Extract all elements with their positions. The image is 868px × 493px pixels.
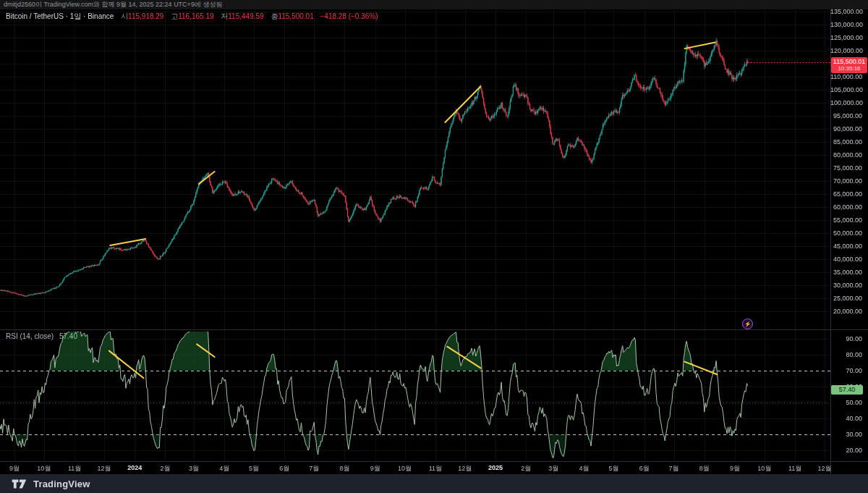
last-price-value: 115,500.01 (831, 58, 867, 65)
price-axis-label: 85,000.00 (830, 138, 862, 146)
price-axis-label: 70,000.00 (830, 177, 862, 185)
time-axis-label: 2월 (160, 464, 170, 473)
time-axis-label: 3월 (189, 464, 199, 473)
time-axis-label: 8월 (339, 464, 349, 473)
time-axis-label: 2024 (127, 464, 142, 471)
high-label: 고 (171, 12, 178, 20)
time-axis-label: 10월 (37, 464, 51, 473)
close-value: 115,500.01 (278, 12, 313, 20)
time-axis-label: 9월 (730, 464, 740, 473)
time-axis-label: 4월 (219, 464, 229, 473)
time-axis-label: 7월 (309, 464, 319, 473)
time-axis-label: 5월 (249, 464, 259, 473)
price-axis-label: 105,000.00 (830, 86, 862, 93)
time-axis-label: 12월 (817, 464, 831, 473)
rsi-axis-label: 40.00 (830, 415, 862, 422)
low-label: 저 (221, 12, 228, 20)
price-axis-label: 80,000.00 (830, 151, 862, 159)
time-axis-label: 2월 (521, 464, 531, 473)
rsi-legend[interactable]: RSI (14, close) 57.40 (6, 332, 77, 340)
rsi-value-badge: 57.40 (831, 385, 863, 395)
bar-countdown: 10:35:16 (831, 65, 867, 72)
price-axis-label: 55,000.00 (830, 216, 862, 224)
close-label: 종 (271, 12, 278, 20)
symbol-legend[interactable]: Bitcoin / TetherUS · 1일 · Binance 시115,9… (6, 12, 378, 22)
price-axis-label: 90,000.00 (830, 125, 862, 132)
symbol-title[interactable]: Bitcoin / TetherUS · 1일 · Binance (6, 12, 114, 20)
time-axis-label: 9월 (370, 464, 380, 473)
chart-canvas[interactable] (0, 0, 868, 474)
rsi-axis-label: 90.00 (830, 335, 862, 342)
price-axis-label: 125,000.00 (830, 34, 862, 41)
time-axis-label: 3월 (548, 464, 558, 473)
lightning-marker-icon[interactable]: ⚡ (742, 319, 753, 329)
attribution-bar: dmitjd2560이 TradingView.com와 함께 9월 14, 2… (0, 0, 868, 9)
high-value: 116,165.19 (178, 12, 213, 20)
time-axis-label: 10월 (757, 464, 771, 473)
price-axis-label: 40,000.00 (830, 256, 862, 263)
time-axis-label: 11월 (788, 464, 801, 473)
attribution-text: dmitjd2560이 TradingView.com와 함께 9월 14, 2… (4, 1, 222, 8)
time-axis-label: 12월 (97, 464, 111, 473)
open-label: 시 (121, 12, 128, 20)
price-axis-label: 100,000.00 (830, 99, 862, 106)
open-value: 115,918.29 (128, 12, 163, 20)
price-axis-label: 130,000.00 (830, 21, 862, 28)
time-axis-label: 8월 (699, 464, 710, 473)
price-axis-label: 30,000.00 (830, 282, 862, 289)
rsi-axis-label: 20.00 (830, 447, 862, 454)
price-axis-label: 60,000.00 (830, 203, 862, 211)
price-axis-label: 110,000.00 (830, 73, 862, 80)
time-axis-label: 6월 (639, 464, 650, 473)
time-axis-label: 9월 (9, 464, 20, 473)
rsi-axis-label: 80.00 (830, 351, 862, 358)
price-axis-label: 120,000.00 (830, 47, 862, 54)
price-axis-label: 65,000.00 (830, 190, 862, 198)
time-axis-label: 11월 (429, 464, 442, 473)
price-axis-label: 45,000.00 (830, 243, 862, 250)
time-axis-label: 11월 (68, 464, 81, 473)
time-axis-label: 12월 (458, 464, 472, 473)
rsi-value: 57.40 (59, 332, 77, 340)
low-value: 115,449.59 (228, 12, 263, 20)
time-axis-label: 7월 (669, 464, 679, 473)
tradingview-logo-icon[interactable] (12, 479, 27, 489)
tradingview-brand-text[interactable]: TradingView (33, 479, 90, 489)
time-axis-label: 6월 (279, 464, 289, 473)
price-change: −418.28 (−0.36%) (320, 12, 378, 20)
tradingview-footer: TradingView (0, 474, 868, 493)
last-price-badge: 115,500.01 10:35:16 (831, 57, 867, 73)
price-axis-label: 75,000.00 (830, 164, 862, 172)
rsi-axis-label: 50.00 (830, 399, 862, 406)
price-axis-label: 95,000.00 (830, 112, 862, 119)
price-axis-label: 35,000.00 (830, 269, 862, 276)
time-axis-label: 5월 (608, 464, 618, 473)
rsi-axis-label: 70.00 (830, 367, 862, 374)
price-axis-label: 25,000.00 (830, 295, 862, 302)
time-axis-label: 10월 (398, 464, 412, 473)
price-axis-label: 50,000.00 (830, 229, 862, 237)
time-axis-label: 2025 (488, 464, 503, 471)
rsi-axis-label: 30.00 (830, 431, 862, 438)
time-axis-label: 4월 (579, 464, 590, 473)
price-axis-label: 20,000.00 (830, 308, 862, 315)
rsi-title[interactable]: RSI (14, close) (6, 332, 54, 340)
